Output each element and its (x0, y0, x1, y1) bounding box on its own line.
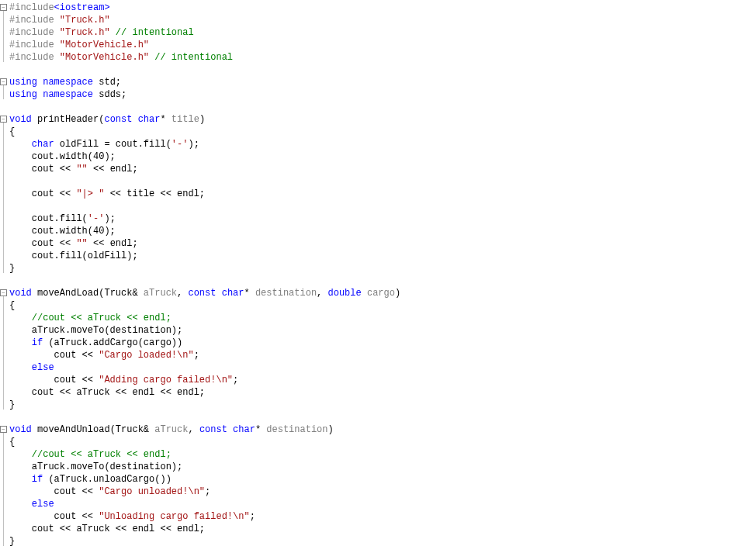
code-line: cout.fill('-'); (9, 213, 738, 225)
code-line (9, 101, 738, 113)
code-line: { (9, 299, 738, 312)
code-line: #include "Truck.h" (9, 14, 738, 26)
code-content[interactable]: #include<iostream>#include "Truck.h"#inc… (8, 2, 738, 548)
code-line: cout.fill(oldFill); (9, 250, 738, 262)
code-line: cout << "Cargo unloaded!\n"; (9, 486, 738, 498)
code-line: void moveAndLoad(Truck& aTruck, const ch… (9, 287, 738, 299)
code-line: #include<iostream> (9, 2, 738, 14)
outline-bar (3, 123, 4, 273)
code-line: aTruck.moveTo(destination); (9, 461, 738, 473)
fold-gutter (0, 2, 8, 548)
code-line: #include "MotorVehicle.h" (9, 39, 738, 51)
fold-toggle-icon[interactable] (0, 116, 7, 123)
code-line: cout << "|> " << title << endl; (9, 188, 738, 200)
code-line: void printHeader(const char* title) (9, 113, 738, 126)
code-line: if (aTruck.unloadCargo()) (9, 473, 738, 486)
code-line: cout << aTruck << endl << endl; (9, 386, 738, 399)
outline-bar (3, 433, 4, 546)
code-line: else (9, 361, 738, 374)
code-line (9, 275, 738, 287)
code-line: cout << "" << endl; (9, 163, 738, 175)
code-line: } (9, 535, 738, 548)
code-line: #include "MotorVehicle.h" // intentional (9, 51, 738, 64)
code-line: } (9, 262, 738, 275)
code-line: aTruck.moveTo(destination); (9, 324, 738, 337)
fold-toggle-icon[interactable] (0, 4, 7, 11)
code-line: cout << "" << endl; (9, 237, 738, 250)
code-line: if (aTruck.addCargo(cargo)) (9, 337, 738, 349)
code-line (9, 175, 738, 188)
code-line: cout << "Unloading cargo failed!\n"; (9, 510, 738, 523)
code-line: cout << "Adding cargo failed!\n"; (9, 374, 738, 386)
fold-toggle-icon[interactable] (0, 289, 7, 296)
code-line (9, 200, 738, 213)
code-line (9, 411, 738, 423)
code-line: //cout << aTruck << endl; (9, 448, 738, 461)
code-line: cout << "Cargo loaded!\n"; (9, 349, 738, 361)
outline-bar (3, 11, 4, 62)
code-line: void moveAndUnload(Truck& aTruck, const … (9, 423, 738, 436)
code-line: { (9, 436, 738, 448)
code-line: cout.width(40); (9, 150, 738, 163)
code-line: else (9, 498, 738, 510)
fold-toggle-icon[interactable] (0, 78, 7, 85)
outline-bar (3, 296, 4, 410)
code-editor: #include<iostream>#include "Truck.h"#inc… (0, 0, 738, 548)
code-line (9, 64, 738, 76)
code-line: char oldFill = cout.fill('-'); (9, 138, 738, 150)
code-line: #include "Truck.h" // intentional (9, 26, 738, 39)
fold-toggle-icon[interactable] (0, 426, 7, 433)
code-line: { (9, 126, 738, 138)
code-line: //cout << aTruck << endl; (9, 312, 738, 324)
code-line: } (9, 399, 738, 411)
outline-bar (3, 85, 4, 99)
code-line: using namespace sdds; (9, 88, 738, 101)
code-line: cout << aTruck << endl << endl; (9, 523, 738, 535)
code-line: cout.width(40); (9, 225, 738, 237)
code-line: using namespace std; (9, 76, 738, 88)
